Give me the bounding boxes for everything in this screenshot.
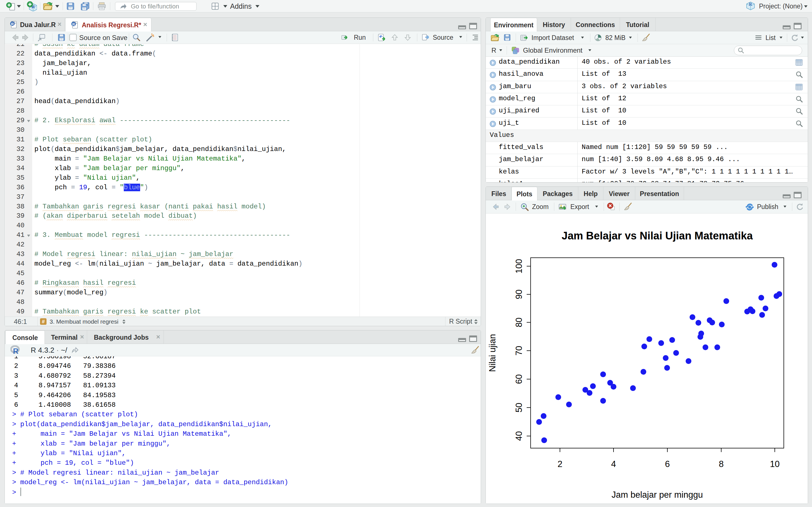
svg-text:40: 40 [514, 431, 524, 441]
svg-text:8: 8 [719, 459, 723, 469]
svg-text:6: 6 [665, 459, 670, 469]
svg-text:90: 90 [514, 290, 524, 299]
svg-text:Jam Belajar vs Nilai Ujian Mat: Jam Belajar vs Nilai Ujian Matematika [562, 230, 753, 242]
svg-text:10: 10 [770, 459, 779, 469]
svg-text:Nilai ujian: Nilai ujian [488, 334, 497, 372]
svg-text:60: 60 [514, 374, 524, 384]
svg-text:80: 80 [514, 318, 524, 327]
svg-text:100: 100 [514, 259, 524, 274]
svg-text:2: 2 [557, 459, 562, 469]
svg-text:Jam belajar per minggu: Jam belajar per minggu [612, 490, 703, 500]
svg-text:4: 4 [611, 459, 616, 469]
svg-text:50: 50 [514, 403, 524, 412]
svg-text:R: R [72, 22, 75, 26]
svg-text:70: 70 [514, 346, 524, 355]
svg-text:R: R [11, 22, 14, 26]
svg-text:R: R [13, 347, 18, 355]
svg-text:R: R [749, 2, 752, 6]
